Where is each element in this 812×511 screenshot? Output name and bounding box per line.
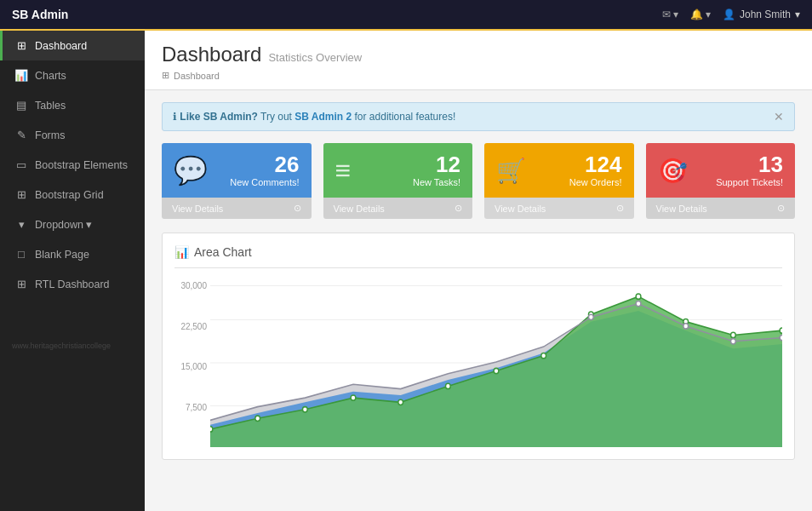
sidebar-item-label: Dashboard (35, 40, 87, 52)
stat-card-top-orders: 🛒 124 New Orders! (484, 143, 634, 198)
tasks-label: New Tasks! (413, 177, 460, 187)
y-label-2: 22,500 (174, 322, 207, 331)
chart-y-labels: 30,000 22,500 15,000 7,500 (174, 277, 207, 447)
user-name: John Smith (740, 9, 791, 20)
comments-view-details[interactable]: View Details ⊙ (162, 198, 312, 219)
comments-icon: 💬 (174, 154, 208, 187)
chart-dot-gray (683, 324, 689, 329)
alert-try: Try out (260, 111, 294, 123)
mail-caret: ▾ (673, 9, 678, 20)
alert-icon: ℹ (173, 111, 177, 123)
bell-nav-item[interactable]: 🔔 ▾ (690, 9, 711, 20)
mail-nav-item[interactable]: ✉ ▾ (662, 9, 678, 20)
breadcrumb-icon: ⊞ (162, 70, 169, 81)
sidebar-item-label: RTL Dashboard (35, 278, 110, 290)
chart-dot (731, 332, 736, 337)
sidebar-item-label: Charts (35, 70, 66, 82)
tickets-number: 13 (716, 153, 783, 175)
chart-title-icon: 📊 (174, 245, 189, 259)
sidebar-item-label: Forms (35, 129, 65, 141)
user-caret: ▾ (795, 9, 800, 20)
sidebar-item-tables[interactable]: ▤ Tables (0, 90, 145, 120)
tickets-icon: 🎯 (658, 157, 688, 185)
chart-container: 30,000 22,500 15,000 7,500 (174, 277, 782, 447)
chart-dot-gray (780, 335, 782, 340)
layout: ⊞ Dashboard 📊 Charts ▤ Tables ✎ Forms ▭ … (0, 31, 812, 511)
mail-icon: ✉ (662, 9, 671, 20)
chart-dot (255, 416, 260, 421)
page-title: Dashboard (162, 43, 261, 66)
tasks-link-icon: ⊙ (455, 203, 462, 214)
chart-dot (541, 353, 546, 358)
stats-row: 💬 26 New Comments! View Details ⊙ ≡ (162, 143, 795, 219)
chart-dot (780, 328, 782, 333)
forms-icon: ✎ (14, 129, 28, 141)
chart-dot (210, 427, 213, 432)
stat-card-top-tasks: ≡ 12 New Tasks! (323, 143, 473, 198)
stat-card-top-comments: 💬 26 New Comments! (162, 143, 312, 198)
dashboard-icon: ⊞ (14, 39, 28, 52)
page-title-row: Dashboard Statistics Overview (162, 43, 795, 66)
comments-link-text: View Details (172, 204, 223, 214)
sidebar: ⊞ Dashboard 📊 Charts ▤ Tables ✎ Forms ▭ … (0, 31, 145, 511)
sidebar-item-dashboard[interactable]: ⊞ Dashboard (0, 31, 145, 60)
area-chart-svg (210, 277, 782, 447)
content-area: ℹ Like SB Admin? Try out SB Admin 2 for … (145, 90, 812, 472)
orders-number: 124 (569, 153, 622, 175)
chart-dot (445, 383, 450, 388)
tables-icon: ▤ (14, 99, 28, 112)
bell-icon: 🔔 (690, 9, 703, 20)
breadcrumb: ⊞ Dashboard (162, 70, 795, 81)
user-menu[interactable]: 👤 John Smith ▾ (723, 9, 800, 20)
bootstrap-elements-icon: ▭ (14, 158, 28, 171)
user-icon: 👤 (723, 9, 735, 20)
sidebar-footer: www.heritagechristiancollege (0, 333, 145, 359)
chart-section: 📊 Area Chart 30,000 22,500 15,000 7,500 (162, 233, 795, 460)
bell-caret: ▾ (706, 9, 711, 20)
alert-text: ℹ Like SB Admin? Try out SB Admin 2 for … (173, 111, 455, 123)
tickets-link-text: View Details (656, 204, 707, 214)
tickets-label: Support Tickets! (716, 177, 783, 187)
comments-label: New Comments! (230, 177, 299, 187)
chart-dot (636, 294, 641, 299)
stat-card-comments: 💬 26 New Comments! View Details ⊙ (162, 143, 312, 219)
chart-dot (494, 368, 499, 373)
navbar-right: ✉ ▾ 🔔 ▾ 👤 John Smith ▾ (662, 9, 800, 20)
stat-card-top-tickets: 🎯 13 Support Tickets! (646, 143, 796, 198)
chart-dot-gray (588, 314, 593, 319)
stat-card-orders: 🛒 124 New Orders! View Details ⊙ (484, 143, 634, 219)
sidebar-item-charts[interactable]: 📊 Charts (0, 60, 145, 90)
sidebar-item-forms[interactable]: ✎ Forms (0, 120, 145, 150)
sidebar-item-bootstrap-elements[interactable]: ▭ Bootstrap Elements (0, 150, 145, 180)
chart-title-text: Area Chart (194, 245, 252, 259)
stat-card-tasks: ≡ 12 New Tasks! View Details ⊙ (323, 143, 473, 219)
alert-close-button[interactable]: ✕ (774, 110, 784, 123)
sidebar-item-bootstrap-grid[interactable]: ⊞ Bootstrap Grid (0, 180, 145, 210)
tasks-link-text: View Details (334, 204, 385, 214)
alert-link[interactable]: SB Admin 2 (294, 111, 352, 123)
sidebar-item-dropdown[interactable]: ▾ Dropdown ▾ (0, 210, 145, 239)
sidebar-item-label: Bootstrap Grid (35, 189, 104, 201)
charts-icon: 📊 (14, 69, 28, 82)
orders-icon: 🛒 (496, 157, 526, 185)
navbar: SB Admin ✉ ▾ 🔔 ▾ 👤 John Smith ▾ (0, 0, 812, 31)
page-header: Dashboard Statistics Overview ⊞ Dashboar… (145, 31, 812, 90)
blank-page-icon: □ (14, 248, 28, 261)
stat-card-tickets: 🎯 13 Support Tickets! View Details ⊙ (646, 143, 796, 219)
y-label-4: 7,500 (174, 403, 207, 412)
sidebar-item-rtl-dashboard[interactable]: ⊞ RTL Dashboard (0, 269, 145, 299)
alert-strong: Like SB Admin? (180, 111, 258, 123)
sidebar-item-label: Dropdown ▾ (35, 218, 92, 231)
y-label-3: 15,000 (174, 362, 207, 371)
chart-dot (351, 395, 356, 400)
alert-banner: ℹ Like SB Admin? Try out SB Admin 2 for … (162, 102, 795, 131)
sidebar-item-blank-page[interactable]: □ Blank Page (0, 239, 145, 269)
orders-link-icon: ⊙ (616, 203, 624, 214)
tasks-view-details[interactable]: View Details ⊙ (323, 198, 473, 219)
tickets-view-details[interactable]: View Details ⊙ (646, 198, 796, 219)
rtl-dashboard-icon: ⊞ (14, 278, 28, 290)
dropdown-icon: ▾ (14, 218, 28, 231)
chart-svg-area (210, 277, 782, 447)
chart-dot-gray (636, 301, 641, 306)
orders-view-details[interactable]: View Details ⊙ (484, 198, 634, 219)
